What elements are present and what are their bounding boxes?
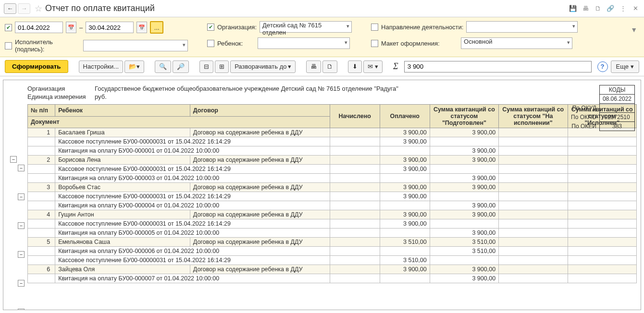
more-button[interactable]: Еще ▾ (611, 60, 639, 73)
link-icon[interactable]: 🔗 (606, 4, 615, 13)
send-button[interactable]: ✉ ▾ (363, 60, 383, 73)
child-select[interactable] (258, 37, 350, 49)
layout-checkbox[interactable] (371, 40, 378, 47)
col-contract: Договор (190, 105, 330, 117)
collapse-button[interactable]: ⊟ (199, 60, 213, 73)
col-exec: Сумма квитанций со статусом "На исполнен… (499, 105, 568, 128)
tree-toggle[interactable]: − (18, 251, 25, 258)
col-np: № п/п (28, 105, 55, 117)
org-checkbox[interactable] (207, 24, 214, 31)
meta-org-value: Государственое бюджетное общеобразовател… (95, 85, 398, 92)
table-row[interactable]: 4Гущин АнтонДоговор на содержание ребенк… (28, 210, 637, 219)
close-icon[interactable]: ✕ (631, 4, 640, 13)
table-row[interactable]: Квитанция на оплату БУ00-000007 от 01.04… (28, 274, 637, 283)
table-row[interactable]: Кассовое поступление БУ00-00000031 от 15… (28, 137, 637, 146)
executor-select[interactable] (83, 40, 188, 51)
table-row[interactable]: Квитанция на оплату БУ00-000004 от 01.04… (28, 201, 637, 210)
col-prep: Сумма квитанций со статусом "Подготовлен… (430, 105, 498, 128)
sum-input[interactable] (404, 61, 592, 72)
executor-checkbox[interactable] (5, 42, 12, 49)
col-paid: Оплачено (380, 105, 430, 128)
table-row[interactable]: Квитанция на оплату БУ00-000003 от 01.04… (28, 174, 637, 183)
org-select[interactable]: Детский сад № 7615 отделен (260, 21, 352, 33)
layout-value: Основной (464, 38, 493, 45)
tree-toggle-root[interactable]: − (10, 156, 17, 163)
executor-label: Исполнитель (подпись): (15, 38, 80, 53)
report-area: КОДЫ 08.06.2022 По ОКУД По ОКПО02372510 … (3, 80, 641, 310)
table-row[interactable]: Кассовое поступление БУ00-00000031 от 15… (28, 165, 637, 174)
save-button[interactable]: ⬇ (348, 60, 362, 73)
preview-button[interactable]: 🗋 (322, 60, 337, 73)
expand-to-button[interactable]: Разворачивать до ▾ (230, 60, 296, 73)
meta-unit-label: Единица измерения (27, 93, 95, 100)
date-period-button[interactable]: ... (150, 21, 163, 34)
child-checkbox[interactable] (207, 40, 214, 47)
print-button[interactable]: 🖶 (306, 60, 321, 73)
layout-label: Макет оформления: (381, 40, 458, 47)
tree-toggle[interactable]: − (18, 309, 25, 310)
codes-title: КОДЫ (599, 85, 634, 95)
back-button[interactable]: ← (4, 3, 16, 14)
settings-button[interactable]: Настройки... (79, 60, 124, 73)
table-row[interactable]: 5Емельянова СашаДоговор на содержание ре… (28, 238, 637, 247)
table-row[interactable]: Кассовое поступление БУ00-00000031 от 15… (28, 219, 637, 229)
col-accrued: Начислено (330, 105, 380, 128)
meta-unit-value: руб. (95, 93, 107, 100)
date-to-calendar[interactable]: 📅 (136, 22, 147, 33)
date-from-input[interactable] (15, 22, 63, 33)
preview-icon[interactable]: 🗋 (593, 4, 603, 13)
favorite-icon[interactable]: ☆ (35, 3, 42, 14)
page-title: Отчет по оплате квитанций (45, 3, 565, 13)
print-icon[interactable]: 🖶 (581, 4, 590, 13)
date-dash: – (79, 24, 83, 31)
table-row[interactable]: Квитанция на оплату БУ00-000005 от 01.04… (28, 229, 637, 238)
more-vert-icon[interactable]: ⋮ (618, 4, 628, 13)
activity-checkbox[interactable] (371, 24, 378, 31)
tree-toggle[interactable]: − (18, 280, 25, 287)
zoom-out-button[interactable]: 🔎 (173, 60, 189, 73)
tree-toggle[interactable]: − (18, 222, 25, 229)
generate-button[interactable]: Сформировать (5, 60, 68, 73)
save-icon[interactable]: 💾 (568, 4, 578, 13)
table-row[interactable]: 3Воробьев СтасДоговор на содержание ребе… (28, 183, 637, 192)
org-value: Детский сад № 7615 отделен (262, 22, 322, 36)
help-button[interactable]: ? (597, 61, 608, 72)
tree-toggle[interactable]: − (18, 193, 25, 200)
forward-button[interactable]: → (18, 3, 30, 14)
table-row[interactable]: 1Басалаев ГришаДоговор на содержание реб… (28, 128, 637, 137)
tree-toggle[interactable]: − (18, 165, 25, 171)
date-to-input[interactable] (86, 22, 134, 33)
sigma-icon: Σ (393, 61, 398, 72)
codes-date: 08.06.2022 (599, 95, 634, 104)
codes-box: КОДЫ 08.06.2022 По ОКУД По ОКПО02372510 … (568, 85, 635, 131)
activity-label: Направление деятельности: (381, 24, 463, 31)
zoom-in-button[interactable]: 🔍 (155, 60, 171, 73)
org-label: Организация: (217, 24, 257, 31)
col-child: Ребенок (55, 105, 190, 117)
col-doc: Документ (28, 116, 330, 128)
settings-load-button[interactable]: 📂▾ (124, 60, 144, 73)
date-enable-checkbox[interactable] (5, 24, 12, 31)
table-row[interactable]: 2Борисова ЛенаДоговор на содержание ребе… (28, 156, 637, 165)
table-row[interactable]: Кассовое поступление БУ00-00000031 от 15… (28, 256, 637, 265)
filter-icon[interactable]: ▼ (631, 26, 637, 34)
child-label: Ребенок: (217, 40, 255, 47)
table-row[interactable]: Квитанция на оплату БУ00-000001 от 01.04… (28, 146, 637, 156)
table-row[interactable]: Квитанция на оплату БУ00-000006 от 01.04… (28, 247, 637, 256)
report-table: № п/п Ребенок Договор Начислено Оплачено… (27, 104, 637, 283)
date-from-calendar[interactable]: 📅 (66, 22, 76, 33)
meta-org-label: Организация (27, 85, 95, 92)
table-row[interactable]: Кассовое поступление БУ00-00000031 от 15… (28, 192, 637, 201)
table-row[interactable]: 6Зайцева ОляДоговор на содержание ребенк… (28, 265, 637, 274)
expand-button[interactable]: ⊞ (215, 60, 229, 73)
activity-select[interactable] (466, 21, 578, 33)
layout-select[interactable]: Основной (461, 37, 572, 49)
